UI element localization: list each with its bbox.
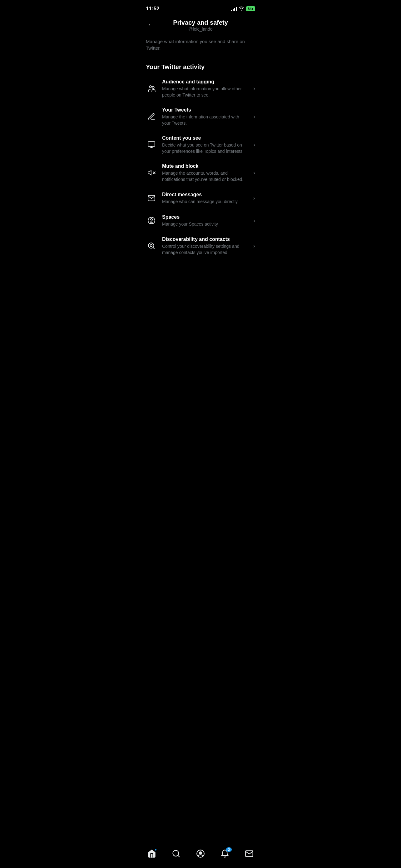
menu-item-audience-tagging[interactable]: Audience and tagging Manage what informa… bbox=[140, 74, 261, 102]
content-you-see-desc: Decide what you see on Twitter based on … bbox=[162, 142, 248, 154]
content-you-see-title: Content you see bbox=[162, 135, 248, 142]
svg-point-0 bbox=[149, 86, 152, 88]
discoverability-title: Discoverability and contacts bbox=[162, 236, 248, 243]
menu-item-spaces[interactable]: Spaces Manage your Spaces activity › bbox=[140, 209, 261, 232]
mute-block-title: Mute and block bbox=[162, 163, 248, 170]
direct-messages-content: Direct messages Manage who can message y… bbox=[162, 191, 248, 205]
status-time: 11:52 bbox=[146, 6, 159, 12]
menu-item-mute-block[interactable]: Mute and block Manage the accounts, word… bbox=[140, 159, 261, 187]
content-you-see-icon bbox=[146, 139, 157, 150]
audience-tagging-desc: Manage what information you allow other … bbox=[162, 86, 248, 98]
your-tweets-chevron: › bbox=[253, 114, 255, 120]
menu-item-content-you-see[interactable]: Content you see Decide what you see on T… bbox=[140, 131, 261, 159]
discoverability-content: Discoverability and contacts Control you… bbox=[162, 236, 248, 256]
your-tweets-title: Your Tweets bbox=[162, 107, 248, 114]
spaces-title: Spaces bbox=[162, 214, 248, 221]
your-tweets-content: Your Tweets Manage the information assoc… bbox=[162, 107, 248, 126]
svg-point-10 bbox=[150, 245, 153, 247]
spaces-icon bbox=[146, 215, 157, 226]
direct-messages-desc: Manage who can message you directly. bbox=[162, 199, 248, 205]
section-title: Your Twitter activity bbox=[140, 57, 261, 74]
discoverability-chevron: › bbox=[253, 243, 255, 249]
back-arrow-icon: ← bbox=[148, 21, 155, 28]
back-button[interactable]: ← bbox=[146, 19, 157, 31]
your-tweets-desc: Manage the information associated with y… bbox=[162, 114, 248, 126]
menu-item-your-tweets[interactable]: Your Tweets Manage the information assoc… bbox=[140, 102, 261, 131]
your-tweets-icon bbox=[146, 111, 157, 122]
header-title-group: Privacy and safety @loic_lando bbox=[173, 19, 228, 32]
status-icons: 84+ bbox=[231, 6, 255, 11]
content-area: Your Twitter activity Audience and taggi… bbox=[140, 57, 261, 291]
spaces-content: Spaces Manage your Spaces activity bbox=[162, 214, 248, 227]
direct-messages-title: Direct messages bbox=[162, 191, 248, 198]
signal-bars-icon bbox=[231, 6, 237, 11]
mute-block-chevron: › bbox=[253, 170, 255, 176]
audience-tagging-chevron: › bbox=[253, 85, 255, 92]
header-username: @loic_lando bbox=[173, 26, 228, 32]
discoverability-icon bbox=[146, 240, 157, 251]
audience-tagging-icon bbox=[146, 83, 157, 94]
page-header: ← Privacy and safety @loic_lando bbox=[140, 16, 261, 34]
mute-block-content: Mute and block Manage the accounts, word… bbox=[162, 163, 248, 183]
menu-item-discoverability[interactable]: Discoverability and contacts Control you… bbox=[140, 232, 261, 260]
direct-messages-chevron: › bbox=[253, 195, 255, 202]
menu-item-direct-messages[interactable]: Direct messages Manage who can message y… bbox=[140, 187, 261, 209]
spaces-desc: Manage your Spaces activity bbox=[162, 221, 248, 227]
svg-line-11 bbox=[153, 247, 155, 249]
page-description: Manage what information you see and shar… bbox=[140, 34, 261, 57]
audience-tagging-title: Audience and tagging bbox=[162, 79, 248, 85]
svg-rect-2 bbox=[148, 142, 155, 146]
discoverability-desc: Control your discoverability settings an… bbox=[162, 243, 248, 256]
content-you-see-content: Content you see Decide what you see on T… bbox=[162, 135, 248, 154]
direct-messages-icon bbox=[146, 192, 157, 204]
wifi-icon bbox=[239, 6, 244, 11]
page-title: Privacy and safety bbox=[173, 19, 228, 26]
content-you-see-chevron: › bbox=[253, 142, 255, 148]
svg-marker-5 bbox=[148, 170, 151, 175]
spaces-chevron: › bbox=[253, 217, 255, 224]
mute-block-desc: Manage the accounts, words, and notifica… bbox=[162, 170, 248, 183]
status-bar: 11:52 84+ bbox=[140, 0, 261, 16]
mute-block-icon bbox=[146, 167, 157, 178]
svg-point-1 bbox=[152, 87, 154, 89]
audience-tagging-content: Audience and tagging Manage what informa… bbox=[162, 79, 248, 98]
battery-icon: 84+ bbox=[246, 6, 255, 11]
